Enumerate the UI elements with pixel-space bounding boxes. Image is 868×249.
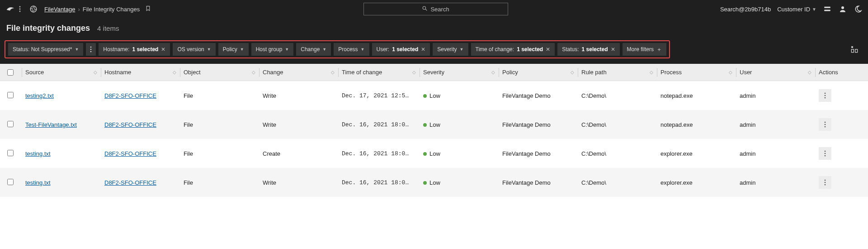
- col-actions: Actions: [819, 69, 861, 76]
- app-icon[interactable]: [29, 5, 38, 14]
- col-policy[interactable]: Policy◇: [502, 69, 581, 76]
- col-hostname[interactable]: Hostname◇: [104, 69, 184, 76]
- severity-dot-icon: [423, 152, 427, 156]
- time-cell: Dec. 16, 2021 18:0…: [342, 179, 423, 186]
- col-change[interactable]: Change◇: [263, 69, 342, 76]
- rule-cell: C:\Demo\: [581, 92, 660, 99]
- svg-point-23: [825, 153, 826, 154]
- brand-logo-icon[interactable]: [5, 4, 15, 14]
- changes-table: Source◇ Hostname◇ Object◇ Change◇ Time o…: [0, 64, 868, 197]
- account-label[interactable]: Search@2b9b714b: [720, 6, 771, 13]
- page-title: File integrity changes: [6, 24, 90, 33]
- source-link[interactable]: testing.txt: [25, 150, 51, 157]
- severity-dot-icon: [423, 123, 427, 127]
- close-icon[interactable]: ✕: [421, 46, 425, 53]
- filter-chip[interactable]: OS version▼: [173, 43, 215, 56]
- time-cell: Dec. 17, 2021 12:5…: [342, 92, 423, 99]
- hostname-link[interactable]: D8F2-SFO-OFFICE: [104, 179, 156, 186]
- hostname-link[interactable]: D8F2-SFO-OFFICE: [104, 150, 156, 157]
- svg-point-16: [825, 93, 826, 94]
- chevron-down-icon: ▼: [460, 47, 464, 52]
- row-checkbox[interactable]: [7, 121, 14, 127]
- col-process[interactable]: Process◇: [660, 69, 740, 76]
- source-link[interactable]: testing.txt: [25, 179, 51, 186]
- process-cell: notepad.exe: [660, 92, 740, 99]
- chevron-down-icon: ▼: [75, 47, 79, 52]
- col-rule[interactable]: Rule path◇: [581, 69, 660, 76]
- search-icon: [422, 5, 428, 13]
- svg-point-1: [19, 9, 21, 10]
- source-link[interactable]: testing2.txt: [25, 92, 54, 99]
- svg-point-24: [825, 155, 826, 157]
- more-filters-button[interactable]: More filters ＋: [623, 43, 666, 56]
- filter-chip[interactable]: Status: 1 selected✕: [557, 43, 619, 56]
- search-input[interactable]: Search: [363, 3, 508, 15]
- change-cell: Create: [263, 150, 342, 157]
- svg-point-11: [90, 51, 92, 53]
- customer-id-dropdown[interactable]: Customer ID ▼: [777, 6, 816, 13]
- severity-cell: Low: [423, 179, 502, 186]
- col-source[interactable]: Source◇: [25, 69, 104, 76]
- column-layout-icon[interactable]: [848, 43, 861, 56]
- search-placeholder: Search: [430, 6, 449, 13]
- close-icon[interactable]: ✕: [611, 46, 615, 53]
- topbar: FileVantage › File Integrity Changes Sea…: [0, 0, 868, 18]
- dark-mode-icon[interactable]: [854, 5, 863, 14]
- breadcrumb-current: File Integrity Changes: [83, 6, 140, 13]
- page-title-bar: File integrity changes 4 items: [0, 18, 868, 38]
- breadcrumb: FileVantage › File Integrity Changes: [44, 5, 151, 13]
- breadcrumb-root-link[interactable]: FileVantage: [44, 6, 75, 13]
- object-cell: File: [184, 92, 263, 99]
- filter-chip[interactable]: Host group▼: [251, 43, 294, 56]
- filter-chip[interactable]: Process▼: [334, 43, 369, 56]
- svg-point-3: [30, 6, 37, 12]
- filter-kebab-button[interactable]: [86, 43, 96, 56]
- close-icon[interactable]: ✕: [546, 46, 550, 53]
- filter-chip[interactable]: Time of change: 1 selected✕: [471, 43, 555, 56]
- user-icon[interactable]: [838, 5, 847, 14]
- filter-chip[interactable]: Change▼: [296, 43, 331, 56]
- hostname-link[interactable]: D8F2-SFO-OFFICE: [104, 92, 156, 99]
- row-actions-button[interactable]: [819, 118, 831, 131]
- hostname-link[interactable]: D8F2-SFO-OFFICE: [104, 121, 156, 128]
- source-link[interactable]: Test-FileVantage.txt: [25, 121, 77, 128]
- svg-rect-6: [824, 7, 830, 8]
- row-actions-button[interactable]: [819, 176, 831, 189]
- row-checkbox[interactable]: [7, 92, 14, 98]
- severity-dot-icon: [423, 181, 427, 185]
- row-actions-button[interactable]: [819, 89, 831, 102]
- row-actions-button[interactable]: [819, 147, 831, 160]
- bookmark-icon[interactable]: [145, 5, 151, 13]
- select-all-checkbox[interactable]: [7, 69, 14, 76]
- status-filter-chip[interactable]: Status: Not Suppressed* ▼: [8, 43, 83, 56]
- severity-cell: Low: [423, 150, 502, 157]
- filter-chip[interactable]: Severity▼: [433, 43, 468, 56]
- close-icon[interactable]: ✕: [161, 46, 165, 53]
- policy-cell: FileVantage Demo: [502, 150, 581, 157]
- filter-bar: Status: Not Suppressed* ▼ Hostname: 1 se…: [0, 38, 868, 64]
- policy-cell: FileVantage Demo: [502, 121, 581, 128]
- row-checkbox[interactable]: [7, 179, 14, 185]
- filter-chip[interactable]: Policy▼: [218, 43, 249, 56]
- chevron-down-icon: ▼: [322, 47, 326, 52]
- filter-chip[interactable]: User: 1 selected✕: [372, 43, 430, 56]
- col-object[interactable]: Object◇: [184, 69, 263, 76]
- svg-point-2: [19, 11, 21, 12]
- change-cell: Write: [263, 92, 342, 99]
- chevron-down-icon: ▼: [207, 47, 211, 52]
- settings-icon[interactable]: [823, 5, 832, 14]
- col-time[interactable]: Time of change◇: [342, 69, 423, 76]
- chevron-down-icon: ▼: [240, 47, 244, 52]
- col-user[interactable]: User◇: [740, 69, 819, 76]
- row-checkbox[interactable]: [7, 150, 14, 156]
- user-cell: admin: [740, 121, 819, 128]
- table-row: Test-FileVantage.txtD8F2-SFO-OFFICEFileW…: [0, 110, 868, 139]
- rule-cell: C:\Demo\: [581, 150, 660, 157]
- user-cell: admin: [740, 150, 819, 157]
- object-cell: File: [184, 121, 263, 128]
- col-severity[interactable]: Severity◇: [423, 69, 502, 76]
- policy-cell: FileVantage Demo: [502, 92, 581, 99]
- topbar-right: Search@2b9b714b Customer ID ▼: [720, 5, 863, 14]
- severity-dot-icon: [423, 94, 427, 98]
- filter-chip[interactable]: Hostname: 1 selected✕: [99, 43, 170, 56]
